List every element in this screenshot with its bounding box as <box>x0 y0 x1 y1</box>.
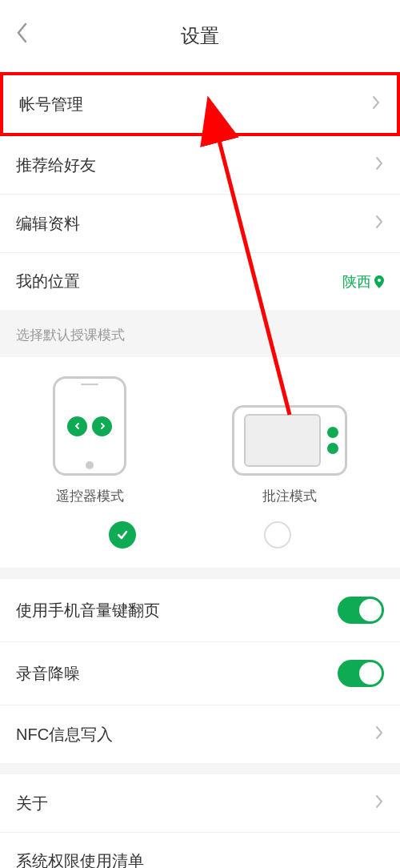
arrow-right-icon <box>92 416 112 436</box>
chevron-right-icon <box>374 792 384 814</box>
mode-remote[interactable]: 遥控器模式 <box>53 376 126 505</box>
row-location[interactable]: 我的位置 陕西 <box>0 253 400 310</box>
toggle-switch[interactable] <box>338 597 384 624</box>
chevron-right-icon <box>371 93 381 115</box>
chevron-right-icon <box>374 154 384 176</box>
row-label: 推荐给好友 <box>16 155 96 176</box>
mode-name: 批注模式 <box>262 487 317 505</box>
row-label: 编辑资料 <box>16 213 80 235</box>
tablet-device-icon <box>232 405 347 476</box>
row-noise-reduction[interactable]: 录音降噪 <box>0 642 400 705</box>
row-label: 帐号管理 <box>19 94 83 115</box>
row-label: 系统权限使用清单 <box>16 850 144 868</box>
row-edit-profile[interactable]: 编辑资料 <box>0 195 400 253</box>
radio-unselected-icon[interactable] <box>264 521 291 549</box>
arrow-left-icon <box>67 416 87 436</box>
row-label: 我的位置 <box>16 271 80 292</box>
row-recommend[interactable]: 推荐给好友 <box>0 136 400 195</box>
radio-selected-icon[interactable] <box>109 521 136 549</box>
location-value: 陕西 <box>342 272 384 291</box>
location-pin-icon <box>374 275 384 288</box>
chevron-right-icon <box>374 212 384 235</box>
back-icon[interactable] <box>14 21 29 51</box>
toggle-switch[interactable] <box>338 660 384 687</box>
row-account[interactable]: 帐号管理 <box>0 72 400 136</box>
page-title: 设置 <box>181 23 219 49</box>
mode-name: 遥控器模式 <box>56 487 124 505</box>
row-nfc[interactable]: NFC信息写入 <box>0 705 400 763</box>
row-label: NFC信息写入 <box>16 724 113 745</box>
mode-annotate[interactable]: 批注模式 <box>232 405 347 505</box>
mode-section-label: 选择默认授课模式 <box>0 310 400 357</box>
phone-device-icon <box>53 376 126 476</box>
row-volume-flip[interactable]: 使用手机音量键翻页 <box>0 579 400 642</box>
row-about[interactable]: 关于 <box>0 774 400 833</box>
row-label: 使用手机音量键翻页 <box>16 600 160 621</box>
row-label: 关于 <box>16 793 48 814</box>
row-permissions[interactable]: 系统权限使用清单 <box>0 833 400 868</box>
chevron-right-icon <box>374 723 384 745</box>
row-label: 录音降噪 <box>16 663 80 685</box>
